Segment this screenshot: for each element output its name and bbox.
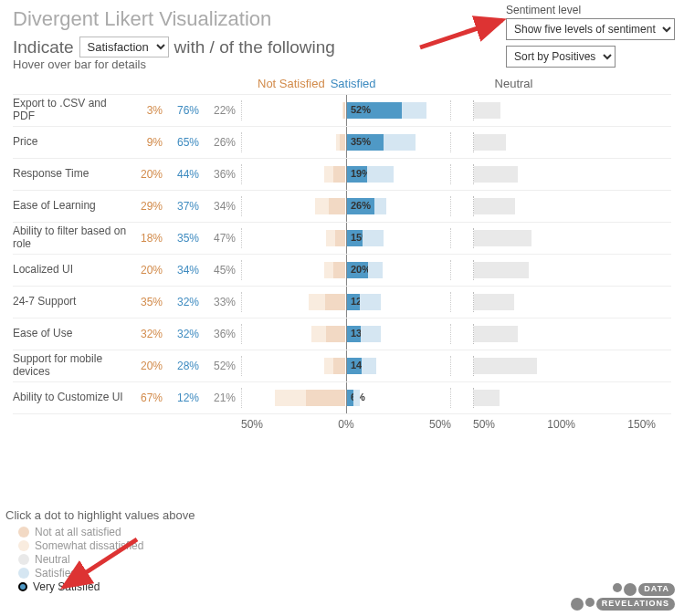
pct-neutral: 52% (205, 360, 241, 372)
subtitle-prefix: Indicate (13, 37, 74, 57)
legend-item[interactable]: Very Satisfied (18, 580, 195, 593)
pct-neutral: 36% (205, 168, 241, 181)
divergent-bar[interactable]: 35% (241, 132, 451, 152)
table-row[interactable]: Ability to Customize UI67%12%21%6% (13, 382, 671, 414)
pct-negative: 67% (132, 392, 168, 404)
table-row[interactable]: Ease of Learning29%37%34%26% (13, 191, 671, 223)
legend-item[interactable]: Neutral (18, 553, 195, 566)
table-row[interactable]: Ability to filter based on role18%35%47%… (13, 223, 671, 255)
legend-item[interactable]: Not at all satisfied (18, 526, 195, 538)
legend-label: Very Satisfied (33, 580, 100, 593)
legend-dot-icon (18, 554, 29, 565)
sort-select[interactable]: Sort by Positives (506, 46, 616, 68)
pct-negative: 3% (132, 104, 168, 117)
legend-item[interactable]: Satisfied (18, 567, 195, 579)
divergent-bar[interactable]: 26% (241, 196, 451, 216)
controls-panel: Sentiment level Show five levels of sent… (506, 4, 675, 73)
row-label: 24-7 Support (13, 296, 132, 308)
pct-neutral: 47% (205, 232, 241, 245)
divergent-bar[interactable]: 20% (241, 260, 451, 280)
pct-positive: 28% (168, 360, 205, 372)
pct-negative: 20% (132, 360, 168, 372)
legend-label: Satisfied (35, 567, 77, 579)
row-label: Response Time (13, 168, 132, 181)
pct-positive: 32% (168, 328, 205, 340)
neutral-bar[interactable] (473, 324, 656, 344)
pct-neutral: 33% (205, 296, 241, 308)
divergent-bar[interactable]: 6% (241, 388, 451, 408)
divergent-bar[interactable]: 13% (241, 324, 451, 344)
row-label: Ability to Customize UI (13, 392, 132, 404)
pct-neutral: 22% (205, 104, 241, 117)
neutral-bar[interactable] (473, 164, 656, 184)
row-label: Ease of Learning (13, 200, 132, 213)
pct-positive: 44% (168, 168, 205, 181)
pct-negative: 20% (132, 168, 168, 181)
pct-neutral: 45% (205, 264, 241, 277)
legend-title: Click a dot to highlight values above (5, 508, 195, 522)
indicator-select[interactable]: Satisfaction (79, 37, 169, 57)
neutral-bar[interactable] (473, 292, 656, 312)
subtitle-suffix: with / of the following (174, 37, 335, 57)
header-neutral: Neutral (495, 77, 533, 90)
pct-positive: 35% (168, 232, 205, 245)
viz-container: Divergent Likert Visualization Sentiment… (0, 0, 684, 616)
axis-neutral: 50% 100% 150% (473, 418, 656, 431)
row-label: Ability to filter based on role (13, 225, 132, 251)
neutral-bar[interactable] (473, 100, 656, 120)
pct-negative: 9% (132, 136, 168, 149)
pct-negative: 32% (132, 328, 168, 340)
neutral-bar[interactable] (473, 388, 656, 408)
pct-negative: 20% (132, 264, 168, 277)
table-row[interactable]: Localized UI20%34%45%20% (13, 255, 671, 287)
neutral-bar[interactable] (473, 196, 656, 216)
divergent-bar[interactable]: 15% (241, 228, 451, 248)
legend-label: Neutral (35, 553, 70, 566)
legend-item[interactable]: Somewhat dissatisfied (18, 539, 195, 552)
legend-label: Somewhat dissatisfied (35, 539, 143, 552)
neutral-bar[interactable] (473, 228, 656, 248)
pct-positive: 65% (168, 136, 205, 149)
table-row[interactable]: Ease of Use32%32%36%13% (13, 318, 671, 350)
row-label: Ease of Use (13, 328, 132, 340)
header-satisfied: Satisfied (331, 77, 376, 90)
pct-negative: 18% (132, 232, 168, 245)
sentiment-label: Sentiment level (506, 4, 675, 16)
chart-area: Not Satisfied Satisfied Neutral Export t… (0, 71, 684, 434)
divergent-bar[interactable]: 14% (241, 356, 451, 376)
chart-rows: Export to .CSV and PDF3%76%22%52%Price9%… (13, 94, 671, 414)
sentiment-select[interactable]: Show five levels of sentiment (506, 18, 675, 40)
neutral-bar[interactable] (473, 132, 656, 152)
table-row[interactable]: Export to .CSV and PDF3%76%22%52% (13, 95, 671, 127)
pct-negative: 35% (132, 296, 168, 308)
pct-positive: 76% (168, 104, 205, 117)
neutral-bar[interactable] (473, 356, 656, 376)
pct-neutral: 34% (205, 200, 241, 213)
table-row[interactable]: Support for mobile devices20%28%52%14% (13, 350, 671, 382)
pct-positive: 34% (168, 264, 205, 277)
legend-dot-icon (18, 568, 29, 579)
brand-logo: DATA REVELATIONS (571, 583, 675, 611)
legend-dot-icon (18, 527, 29, 538)
legend-dot-icon (18, 540, 29, 551)
divergent-bar[interactable]: 19% (241, 164, 451, 184)
table-row[interactable]: Price9%65%26%35% (13, 127, 671, 159)
pct-neutral: 21% (205, 392, 241, 404)
pct-positive: 32% (168, 296, 205, 308)
divergent-bar[interactable]: 52% (241, 100, 451, 120)
column-headers: Not Satisfied Satisfied Neutral (13, 77, 671, 90)
pct-positive: 12% (168, 392, 205, 404)
row-label: Export to .CSV and PDF (13, 98, 132, 123)
row-label: Price (13, 136, 132, 149)
row-label: Support for mobile devices (13, 353, 132, 379)
divergent-bar[interactable]: 12% (241, 292, 451, 312)
pct-neutral: 26% (205, 136, 241, 149)
legend-label: Not at all satisfied (35, 526, 121, 538)
table-row[interactable]: 24-7 Support35%32%33%12% (13, 287, 671, 318)
table-row[interactable]: Response Time20%44%36%19% (13, 159, 671, 191)
pct-negative: 29% (132, 200, 168, 213)
neutral-bar[interactable] (473, 260, 656, 280)
pct-neutral: 36% (205, 328, 241, 340)
legend-block: Click a dot to highlight values above No… (0, 501, 195, 594)
axis-divergent: 50% 0% 50% (241, 418, 451, 431)
